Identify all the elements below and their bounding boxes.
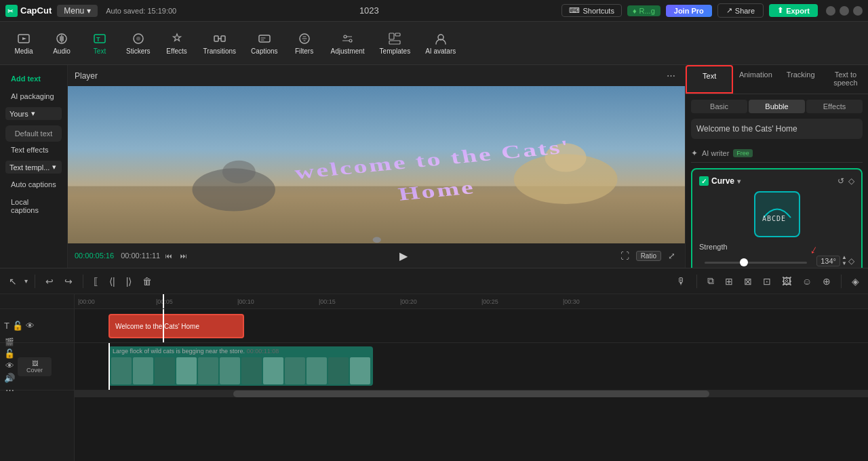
strength-value-display: 134° ▲ ▼ ◇ (816, 255, 854, 266)
tl-option1[interactable]: ⧉ (704, 273, 717, 289)
tool-media[interactable]: Media (5, 28, 42, 59)
trim-start-button[interactable]: ⟨| (106, 274, 119, 289)
ai-writer-row[interactable]: ✦ AI writer Free (691, 144, 863, 163)
lock-icon[interactable]: 🔓 (12, 321, 23, 331)
templates-icon (388, 32, 401, 45)
tool-stickers[interactable]: Stickers (119, 28, 157, 59)
tool-filters[interactable]: Filters (286, 28, 323, 59)
timeline-scrollbar[interactable] (75, 390, 868, 397)
curve-diamond-button[interactable]: ◇ (848, 176, 854, 186)
curve-checkbox[interactable]: ✓ (699, 176, 709, 186)
video-more-icon[interactable]: ⋯ (5, 385, 14, 395)
curve-reset-button[interactable]: ↺ (837, 176, 844, 186)
tl-option6[interactable]: ☺ (799, 274, 815, 289)
tab-text[interactable]: Text (686, 65, 733, 94)
captions-icon (258, 32, 271, 45)
svg-rect-11 (259, 35, 270, 42)
tab-text-to-speech[interactable]: Text to speech (823, 65, 868, 94)
join-pro-button[interactable]: Join Pro (666, 5, 712, 17)
tool-captions[interactable]: Captions (244, 28, 284, 59)
frame-thumb-3 (155, 357, 175, 384)
playhead[interactable] (163, 294, 164, 308)
tool-adjustment[interactable]: Adjustment (324, 28, 372, 59)
split-button[interactable]: ⟦ (90, 274, 102, 289)
export-icon: ⬆ (777, 6, 783, 15)
video-clip[interactable]: Large flock of wild cats is begging near… (108, 346, 373, 386)
trim-end-button[interactable]: |⟩ (123, 274, 136, 289)
text-clip[interactable]: Welcome to the Cats' Home (108, 314, 244, 338)
time-mark-30: |00:30 (563, 298, 580, 305)
play-button[interactable]: ▶ (395, 247, 412, 264)
player-options-button[interactable]: ⋯ (664, 69, 678, 82)
frame-thumb-12 (350, 357, 370, 384)
tool-templates[interactable]: Templates (373, 28, 418, 59)
yours-dropdown[interactable]: Yours ▾ (5, 107, 62, 120)
tl-option4[interactable]: ⊡ (760, 274, 774, 289)
video-eye-icon[interactable]: 👁 (5, 361, 14, 371)
select-tool-button[interactable]: ↖ (5, 274, 20, 289)
ai-packaging-item[interactable]: AI packaging (5, 88, 62, 104)
share-button[interactable]: ↗ Share (717, 3, 764, 18)
add-text-button[interactable]: Add text (5, 71, 62, 87)
timeline-body: T 🔓 👁 🎬 🔓 👁 🔊 ⋯ 🖼 Cover (0, 294, 868, 461)
eye-icon[interactable]: 👁 (26, 321, 35, 331)
time-mark-25: |00:25 (481, 298, 498, 305)
player-area: Player ⋯ (68, 65, 685, 268)
tl-option3[interactable]: ⊠ (741, 274, 755, 289)
redo-button[interactable]: ↪ (61, 274, 76, 289)
video-audio-icon[interactable]: 🔊 (4, 373, 15, 383)
ratio-button[interactable]: Ratio (636, 251, 661, 261)
media-icon (17, 32, 31, 45)
keyboard-icon: ⌨ (569, 6, 580, 15)
subtab-basic[interactable]: Basic (691, 100, 747, 113)
tab-animation[interactable]: Animation (733, 65, 778, 94)
ai-writer-icon: ✦ (691, 148, 698, 158)
time-mark-20: |00:20 (400, 298, 417, 305)
frame-forward-button[interactable]: ⏭ (178, 251, 190, 261)
strength-keyframe-button[interactable]: ◇ (848, 256, 854, 266)
tool-transitions[interactable]: Transitions (197, 28, 243, 59)
default-text-preset[interactable]: Default text (5, 125, 62, 142)
main-area: Add text AI packaging Yours ▾ Default te… (0, 65, 868, 268)
menu-button[interactable]: Menu ▾ (57, 5, 98, 17)
tool-audio[interactable]: Audio (43, 28, 80, 59)
frame-thumb-2 (133, 357, 153, 384)
strength-slider[interactable] (705, 262, 807, 264)
tab-tracking[interactable]: Tracking (778, 65, 823, 94)
tool-effects[interactable]: Effects (159, 28, 195, 59)
frame-thumb-11 (328, 357, 349, 384)
tl-option5[interactable]: 🖼 (778, 274, 795, 289)
close-button[interactable] (853, 6, 863, 16)
expand-button[interactable]: ⤢ (665, 249, 678, 262)
strength-increment-button[interactable]: ▲ (842, 255, 847, 260)
maximize-button[interactable] (840, 6, 849, 16)
export-button[interactable]: ⬆ Export (769, 4, 818, 17)
video-track-label: 🎬 🔓 👁 🔊 ⋯ 🖼 Cover (0, 343, 74, 390)
select-chevron-icon: ▾ (24, 277, 28, 285)
strength-stepper[interactable]: ▲ ▼ (842, 255, 847, 266)
timeline-main[interactable]: |00:00 |00:05 |00:10 |00:15 |00:20 |00:2… (75, 294, 868, 461)
text-effects-item[interactable]: Text effects (5, 142, 62, 158)
delete-button[interactable]: 🗑 (139, 274, 155, 289)
subtab-effects[interactable]: Effects (806, 100, 863, 113)
tool-ai-avatars[interactable]: AI avatars (418, 28, 462, 59)
minimize-button[interactable] (826, 6, 835, 16)
timeline-track-labels: T 🔓 👁 🎬 🔓 👁 🔊 ⋯ 🖼 Cover (0, 294, 75, 461)
text-templates-dropdown[interactable]: Text templ... ▾ (5, 161, 62, 174)
subtab-bubble[interactable]: Bubble (749, 100, 805, 113)
add-keyframe-button[interactable]: ◈ (848, 274, 863, 289)
strength-decrement-button[interactable]: ▼ (842, 261, 847, 266)
scrollbar-thumb[interactable] (233, 390, 709, 397)
microphone-button[interactable]: 🎙 (673, 274, 690, 289)
frame-back-button[interactable]: ⏮ (163, 251, 175, 261)
tl-option7[interactable]: ⊕ (819, 274, 834, 289)
shortcuts-button[interactable]: ⌨ Shortcuts (561, 4, 621, 17)
tl-option2[interactable]: ⊞ (722, 274, 736, 289)
local-captions-item[interactable]: Local captions (5, 194, 62, 218)
auto-captions-item[interactable]: Auto captions (5, 176, 62, 193)
video-lock-icon[interactable]: 🔓 (4, 348, 15, 359)
undo-button[interactable]: ↩ (42, 274, 57, 289)
video-frame: welcome to the Cats' Home (68, 86, 685, 243)
tool-text[interactable]: T Text (81, 28, 118, 59)
fullscreen-button[interactable]: ⛶ (618, 249, 632, 262)
